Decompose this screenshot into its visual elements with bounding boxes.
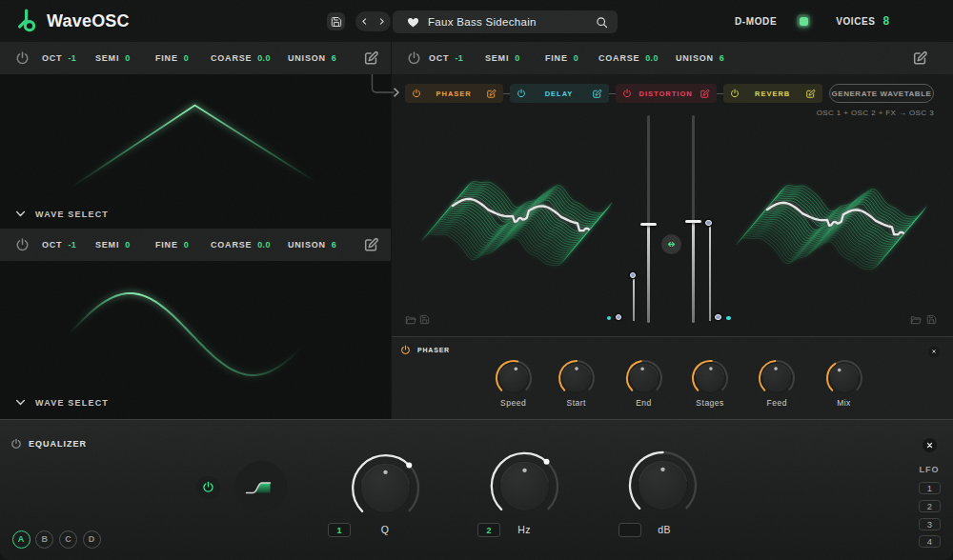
osc1-wave-display[interactable]: WAVE SELECT (0, 74, 391, 229)
generate-wavetable-button[interactable]: GENERATE WAVETABLE (829, 84, 934, 103)
slider-track-lower[interactable] (647, 224, 650, 323)
osc1-fine-param[interactable]: FINE 0 (155, 42, 189, 74)
param-value[interactable]: 0.0 (257, 229, 270, 261)
eq-power-icon[interactable] (10, 438, 22, 450)
param-value[interactable]: 6 (720, 42, 724, 74)
lfo-button-3[interactable]: 3 (919, 518, 941, 530)
snapshot-button-a[interactable]: A (12, 530, 30, 549)
osc2-oct-param[interactable]: OCT -1 (42, 229, 76, 261)
fx-power-icon[interactable] (412, 89, 421, 98)
snapshot-button-b[interactable]: B (35, 530, 53, 549)
param-value[interactable]: 0 (184, 42, 189, 74)
phaser-power-icon[interactable] (400, 345, 411, 355)
fx-edit-icon[interactable] (805, 89, 816, 99)
mod-knob[interactable] (705, 220, 712, 227)
d-mode-toggle[interactable] (797, 14, 810, 28)
osc1-power-icon[interactable] (15, 51, 30, 66)
osc3-coarse-param[interactable]: COARSE 0.0 (598, 42, 659, 74)
param-value[interactable]: -1 (68, 229, 76, 261)
param-value[interactable]: 6 (332, 42, 336, 74)
snapshot-button-c[interactable]: C (59, 530, 77, 549)
preset-browser[interactable]: Faux Bass Sidechain (393, 10, 618, 33)
voices-value[interactable]: 8 (883, 14, 890, 28)
param-value[interactable]: 0 (515, 42, 519, 74)
param-value[interactable]: 0 (125, 229, 130, 261)
osc2-wave-select[interactable]: WAVE SELECT (14, 396, 109, 409)
osc1-coarse-param[interactable]: COARSE 0.0 (211, 42, 271, 74)
fx-chip-phaser[interactable]: PHASER (405, 84, 503, 103)
param-value[interactable]: 0 (184, 229, 189, 261)
mod-min-knob[interactable] (715, 314, 721, 321)
osc2-power-icon[interactable] (15, 238, 30, 252)
param-value[interactable]: 0 (574, 42, 578, 74)
save-preset-button[interactable] (327, 12, 345, 30)
fx-edit-icon[interactable] (700, 89, 710, 99)
param-value[interactable]: 0 (125, 42, 130, 74)
favorite-heart-icon[interactable] (407, 16, 419, 29)
slider-track-upper[interactable] (692, 115, 695, 221)
fx-edit-icon[interactable] (486, 89, 497, 99)
osc3-power-icon[interactable] (407, 51, 421, 66)
mod-min-knob[interactable] (616, 314, 622, 321)
osc3-unison-param[interactable]: UNISON 6 (676, 42, 724, 74)
osc1-unison-param[interactable]: UNISON 6 (288, 42, 336, 74)
param-value[interactable]: 0.0 (645, 42, 658, 74)
slider-track-lower[interactable] (692, 221, 695, 323)
save-wavetable-left-icon[interactable] (419, 314, 430, 325)
fx-power-icon[interactable] (622, 89, 632, 98)
preset-name[interactable]: Faux Bass Sidechain (428, 16, 537, 28)
osc3-edit-icon[interactable] (912, 50, 928, 67)
load-wavetable-left-icon[interactable] (405, 314, 416, 326)
db-knob[interactable] (625, 448, 700, 523)
search-icon[interactable] (596, 16, 608, 29)
hz-knob[interactable] (487, 449, 562, 524)
osc2-unison-param[interactable]: UNISON 6 (288, 229, 336, 261)
fx-chip-reverb[interactable]: REVERB (723, 84, 822, 103)
osc2-edit-icon[interactable] (363, 237, 379, 253)
speed-knob[interactable] (492, 356, 536, 400)
osc1-semi-param[interactable]: SEMI 0 (95, 42, 131, 74)
end-knob[interactable] (622, 356, 666, 400)
osc1-wave-select[interactable]: WAVE SELECT (14, 208, 109, 220)
fx-chip-delay[interactable]: DELAY (510, 84, 609, 103)
prev-preset-icon[interactable] (360, 17, 369, 26)
mod-track[interactable] (709, 224, 711, 321)
lfo-button-4[interactable]: 4 (919, 535, 941, 548)
wavetable-3d-left[interactable] (404, 162, 633, 281)
snapshot-button-d[interactable]: D (83, 530, 101, 549)
param-value[interactable]: 6 (332, 229, 336, 261)
hz-value-box[interactable]: 2 (477, 523, 500, 537)
slider-handle[interactable] (640, 223, 657, 227)
save-wavetable-right-icon[interactable] (926, 314, 937, 325)
mod-track[interactable] (633, 276, 635, 321)
osc1-oct-param[interactable]: OCT -1 (42, 42, 76, 74)
osc1-edit-icon[interactable] (363, 50, 379, 67)
lfo-button-2[interactable]: 2 (919, 500, 941, 512)
wavetable-3d-right[interactable] (719, 166, 947, 285)
next-preset-icon[interactable] (377, 17, 386, 26)
param-value[interactable]: -1 (455, 42, 463, 74)
osc3-oct-param[interactable]: OCT -1 (429, 42, 463, 74)
start-knob[interactable] (555, 356, 598, 400)
osc2-semi-param[interactable]: SEMI 0 (95, 229, 131, 261)
link-sliders-button[interactable] (661, 234, 681, 254)
eq-close-button[interactable] (923, 438, 937, 452)
feed-knob[interactable] (755, 356, 799, 400)
fx-edit-icon[interactable] (592, 89, 602, 99)
mix-knob[interactable] (822, 356, 866, 400)
fx-power-icon[interactable] (517, 89, 526, 98)
q-knob[interactable] (348, 450, 423, 526)
q-value-box[interactable]: 1 (328, 523, 351, 537)
lfo-button-1[interactable]: 1 (919, 482, 941, 494)
osc2-wave-display[interactable]: WAVE SELECT (0, 261, 391, 419)
fx-power-icon[interactable] (730, 89, 740, 98)
phaser-close-button[interactable] (928, 347, 940, 358)
load-wavetable-right-icon[interactable] (910, 314, 922, 326)
fx-chip-distortion[interactable]: DISTORTION (616, 84, 717, 103)
filter-type-button[interactable] (235, 461, 287, 512)
db-value-box[interactable] (618, 523, 641, 537)
osc3-fine-param[interactable]: FINE 0 (545, 42, 578, 74)
osc2-coarse-param[interactable]: COARSE 0.0 (211, 229, 271, 261)
eq-enable-button[interactable] (196, 476, 220, 500)
slider-track-upper[interactable] (647, 115, 650, 224)
